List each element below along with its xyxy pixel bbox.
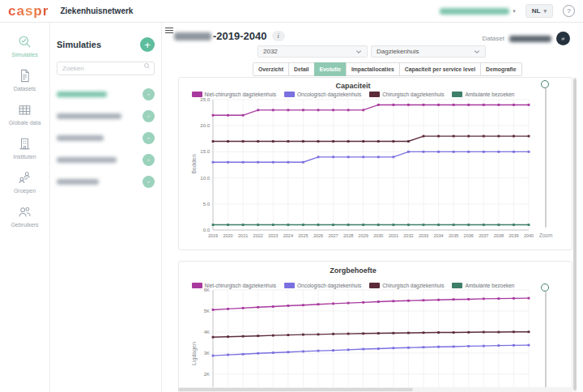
chevron-down-icon: ▾ bbox=[513, 8, 516, 14]
horizontal-scrollbar[interactable] bbox=[178, 387, 572, 392]
list-item[interactable] bbox=[57, 171, 155, 193]
svg-text:5K: 5K bbox=[204, 309, 210, 313]
delete-simulation-button[interactable] bbox=[143, 154, 155, 166]
tab-overzicht[interactable]: Overzicht bbox=[253, 62, 289, 76]
top-header: caspr Ziekenhuisnetwerk ▾ NL ▾ ? bbox=[0, 0, 583, 23]
panel-title: Simulaties bbox=[57, 40, 101, 49]
list-item[interactable] bbox=[57, 127, 155, 149]
tab-bar: Overzicht Detail Evolutie Impactallocati… bbox=[253, 62, 522, 76]
simulation-name-redacted bbox=[57, 157, 117, 163]
svg-text:2026: 2026 bbox=[313, 233, 323, 238]
eye-off-icon bbox=[561, 35, 565, 43]
language-selector[interactable]: NL ▾ bbox=[526, 4, 553, 18]
type-select-value: Dagziekenhuis bbox=[377, 48, 419, 55]
simulations-panel-header: Simulaties + bbox=[57, 37, 155, 52]
zorgbehoefte-line-chart[interactable]: 6K5K4K3K2K bbox=[179, 262, 572, 392]
delete-simulation-button[interactable] bbox=[143, 88, 155, 100]
svg-text:2025: 2025 bbox=[298, 233, 308, 238]
sidebar-item-datasets[interactable]: Datasets bbox=[0, 66, 49, 93]
chevron-down-icon bbox=[355, 49, 362, 54]
simulation-name-redacted bbox=[57, 113, 121, 119]
sidebar-item-label: Instituten bbox=[13, 154, 36, 160]
svg-text:5.0: 5.0 bbox=[203, 202, 211, 207]
svg-text:2027: 2027 bbox=[328, 233, 338, 238]
trash-icon bbox=[147, 113, 150, 120]
tab-detail[interactable]: Detail bbox=[288, 62, 315, 76]
sidebar-item-label: Globale data bbox=[9, 120, 41, 126]
list-item[interactable] bbox=[57, 105, 155, 127]
delete-simulation-button[interactable] bbox=[143, 110, 155, 122]
table-grid-icon bbox=[17, 102, 32, 117]
caspr-logo[interactable]: caspr bbox=[8, 4, 49, 18]
delete-simulation-button[interactable] bbox=[143, 132, 155, 144]
capaciteit-line-chart[interactable]: 0.05.010.015.020.025.0201920202021202220… bbox=[179, 78, 572, 249]
dataset-visibility-button[interactable] bbox=[556, 32, 570, 45]
svg-text:2028: 2028 bbox=[343, 233, 353, 238]
add-simulation-button[interactable]: + bbox=[140, 37, 155, 52]
user-email-menu[interactable]: ▾ bbox=[440, 8, 516, 15]
simulation-name-redacted bbox=[57, 135, 104, 141]
search-check-icon bbox=[17, 34, 32, 49]
sidebar-item-simulaties[interactable]: Simulaties bbox=[0, 32, 49, 59]
search-icon bbox=[143, 62, 151, 70]
zoom-slider-track[interactable] bbox=[545, 292, 547, 392]
tab-capaciteit-per-service-level[interactable]: Capaciteit per service level bbox=[399, 62, 481, 76]
page-title-suffix: -2019-2040 bbox=[213, 30, 267, 42]
zoom-slider-track[interactable] bbox=[545, 88, 547, 228]
sidebar-item-instituten[interactable]: Instituten bbox=[0, 134, 49, 161]
delete-simulation-button[interactable] bbox=[143, 176, 155, 188]
list-item[interactable] bbox=[57, 83, 155, 105]
svg-text:2K: 2K bbox=[204, 372, 210, 377]
vertical-scrollbar[interactable] bbox=[573, 77, 577, 392]
dataset-value-redacted bbox=[509, 36, 551, 42]
user-email-redacted bbox=[440, 8, 509, 15]
trash-icon bbox=[147, 92, 150, 98]
svg-text:2030: 2030 bbox=[373, 233, 383, 238]
users-icon bbox=[17, 204, 32, 219]
type-select[interactable]: Dagziekenhuis bbox=[371, 45, 486, 58]
sidebar-item-gebruikers[interactable]: Gebruikers bbox=[0, 202, 49, 229]
svg-text:2019: 2019 bbox=[208, 233, 218, 238]
svg-text:2035: 2035 bbox=[449, 233, 458, 238]
sidebar-item-label: Groepen bbox=[14, 188, 36, 194]
list-item[interactable] bbox=[57, 149, 155, 171]
search-field-wrap bbox=[57, 59, 155, 75]
sidebar-item-globale-data[interactable]: Globale data bbox=[0, 100, 49, 127]
trash-icon bbox=[147, 135, 150, 142]
main-content: -2019-2040 i Dataset 2032 Dagziekenhuis bbox=[162, 23, 583, 392]
sidebar-item-groepen[interactable]: Groepen bbox=[0, 168, 49, 195]
help-icon[interactable]: ? bbox=[563, 5, 575, 17]
dataset-row: Dataset bbox=[482, 32, 570, 45]
tab-impactallocaties[interactable]: Impactallocaties bbox=[346, 62, 400, 76]
building-icon bbox=[17, 136, 32, 151]
year-select-value: 2032 bbox=[263, 48, 278, 55]
header-right: ▾ NL ▾ ? bbox=[440, 4, 583, 18]
filters-row: 2032 Dagziekenhuis bbox=[257, 45, 486, 58]
capaciteit-chart-card: Capaciteit Niet-chirurgisch dagziekenhui… bbox=[178, 77, 572, 250]
zoom-slider-handle[interactable] bbox=[541, 283, 549, 292]
svg-text:2022: 2022 bbox=[253, 233, 263, 238]
search-input[interactable] bbox=[57, 62, 155, 75]
svg-text:2039: 2039 bbox=[509, 233, 518, 238]
sidebar-item-label: Datasets bbox=[14, 86, 36, 92]
title-row: -2019-2040 i bbox=[174, 30, 285, 42]
zoom-slider-handle[interactable] bbox=[541, 80, 549, 88]
tab-demografie[interactable]: Demografie bbox=[480, 62, 521, 76]
simulation-name-redacted bbox=[57, 179, 99, 185]
app-title: Ziekenhuisnetwerk bbox=[60, 6, 133, 15]
zoom-slider: Zoom bbox=[540, 80, 551, 236]
collapse-panel-toggle[interactable] bbox=[165, 28, 173, 35]
zorgbehoefte-chart-card: Zorgbehoefte Niet-chirurgisch dagziekenh… bbox=[178, 261, 572, 392]
icon-sidebar: Simulaties Datasets Globale data Institu… bbox=[0, 23, 50, 392]
year-select[interactable]: 2032 bbox=[257, 45, 368, 58]
org-group-icon bbox=[17, 170, 32, 185]
trash-icon bbox=[147, 157, 150, 164]
tab-evolutie[interactable]: Evolutie bbox=[314, 62, 347, 76]
sidebar-item-label: Gebruikers bbox=[11, 222, 38, 228]
svg-text:0.0: 0.0 bbox=[203, 228, 211, 232]
zoom-slider bbox=[540, 283, 551, 392]
svg-text:10.0: 10.0 bbox=[200, 176, 210, 181]
sidebar-item-label: Simulaties bbox=[11, 52, 37, 58]
info-icon[interactable]: i bbox=[272, 31, 285, 41]
svg-text:2036: 2036 bbox=[464, 233, 474, 238]
